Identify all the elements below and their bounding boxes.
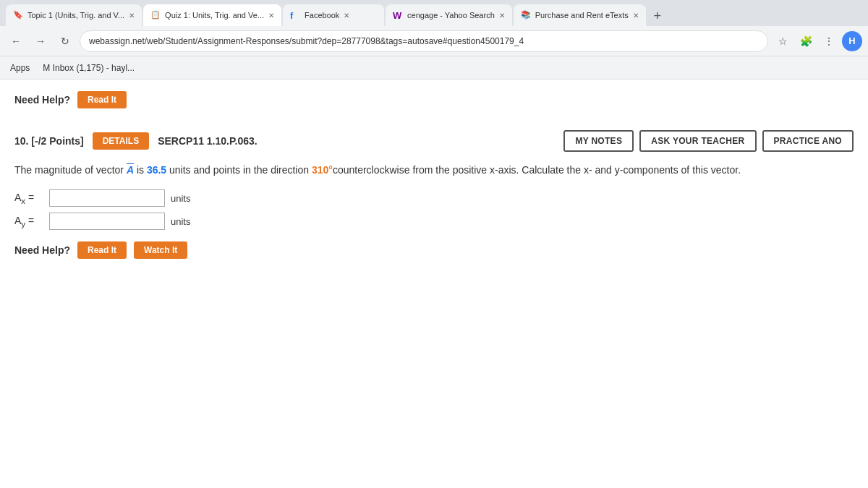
back-button[interactable]: ← [6,31,26,51]
question-code: SERCP11 1.10.P.063. [158,135,258,147]
browser-chrome: 🔖 Topic 1 (Units, Trig. and V... ✕ 📋 Qui… [0,0,868,80]
body-units: units and points in the direction [166,164,312,176]
address-bar-row: ← → ↻ ☆ 🧩 ⋮ H [0,26,868,56]
need-help-bottom-label: Need Help? [14,244,70,256]
ask-teacher-button[interactable]: ASK YOUR TEACHER [639,130,756,152]
magnitude-value: 36.5 [147,164,166,176]
action-buttons: MY NOTES ASK YOUR TEACHER PRACTICE ANO [563,130,854,152]
direction-value: 310° [312,164,333,176]
read-it-bottom-button[interactable]: Read It [77,241,127,259]
bookmark-inbox[interactable]: M Inbox (1,175) - hayl... [40,61,137,74]
tab-cengage[interactable]: W cengage - Yahoo Search ✕ [386,4,512,26]
ay-input[interactable] [49,213,165,230]
body-text-pre: The magnitude of vector [14,164,127,176]
details-button[interactable]: DETAILS [93,132,149,150]
question-body: The magnitude of vector A is 36.5 units … [14,162,854,178]
inbox-label: M Inbox (1,175) - hayl... [43,63,135,73]
practice-another-button[interactable]: PRACTICE ANO [762,130,854,152]
watch-it-button[interactable]: Watch It [134,241,187,259]
tab-facebook[interactable]: f Facebook ✕ [283,4,384,26]
read-it-top-button[interactable]: Read It [77,91,127,108]
bookmark-apps[interactable]: Apps [7,61,33,74]
tab-purchase[interactable]: 📚 Purchase and Rent eTexts ✕ [514,4,646,26]
tab-label-topic: Topic 1 (Units, Trig. and V... [27,11,124,20]
extensions-icon[interactable]: 🧩 [796,31,816,51]
body-end: counterclockwise from the positive x-axi… [333,164,741,176]
tab-label-quiz: Quiz 1: Units, Trig. and Ve... [165,11,264,20]
tab-bar: 🔖 Topic 1 (Units, Trig. and V... ✕ 📋 Qui… [0,0,868,26]
question-number: 10. [-/2 Points] [14,135,84,147]
ax-label: Ax = [14,192,43,205]
ay-input-row: Ay = units [14,213,854,230]
toolbar-right: ☆ 🧩 ⋮ H [773,31,862,51]
ax-input-row: Ax = units [14,189,854,207]
tab-favicon-purchase: 📚 [521,10,531,20]
tab-favicon-quiz: 📋 [150,10,161,20]
tab-close-cengage[interactable]: ✕ [499,12,505,20]
need-help-top-label: Need Help? [14,94,70,106]
profile-avatar[interactable]: H [842,31,862,51]
tab-label-cengage: cengage - Yahoo Search [407,11,495,20]
ay-label: Ay = [14,215,43,228]
body-text-is: is [134,164,147,176]
tab-quiz[interactable]: 📋 Quiz 1: Units, Trig. and Ve... ✕ [143,4,281,26]
tab-topic[interactable]: 🔖 Topic 1 (Units, Trig. and V... ✕ [6,4,142,26]
apps-label: Apps [10,63,30,73]
ax-units: units [171,193,190,204]
tab-label-purchase: Purchase and Rent eTexts [535,11,629,20]
ax-input[interactable] [49,189,165,207]
tab-favicon-facebook: f [290,10,300,20]
page-content: Need Help? Read It 10. [-/2 Points] DETA… [0,80,868,488]
forward-button[interactable]: → [30,31,51,51]
bookmark-star-icon[interactable]: ☆ [773,31,793,51]
tab-close-facebook[interactable]: ✕ [344,12,349,20]
reload-button[interactable]: ↻ [55,31,75,51]
address-input[interactable] [80,30,768,52]
more-options-icon[interactable]: ⋮ [819,31,839,51]
tab-favicon-cengage: W [393,10,403,20]
question-header: 10. [-/2 Points] DETAILS SERCP11 1.10.P.… [14,130,854,152]
tab-close-topic[interactable]: ✕ [129,12,135,20]
new-tab-button[interactable]: + [647,6,668,26]
tab-favicon-topic: 🔖 [13,10,23,20]
vector-symbol: A [127,164,134,176]
need-help-bottom: Need Help? Read It Watch It [14,241,854,259]
my-notes-button[interactable]: MY NOTES [563,130,634,152]
tab-label-facebook: Facebook [305,11,339,20]
need-help-top: Need Help? Read It [14,91,854,108]
bookmarks-bar: Apps M Inbox (1,175) - hayl... [0,56,868,80]
tab-close-quiz[interactable]: ✕ [268,12,274,20]
tab-close-purchase[interactable]: ✕ [633,12,639,20]
ay-units: units [171,216,190,227]
